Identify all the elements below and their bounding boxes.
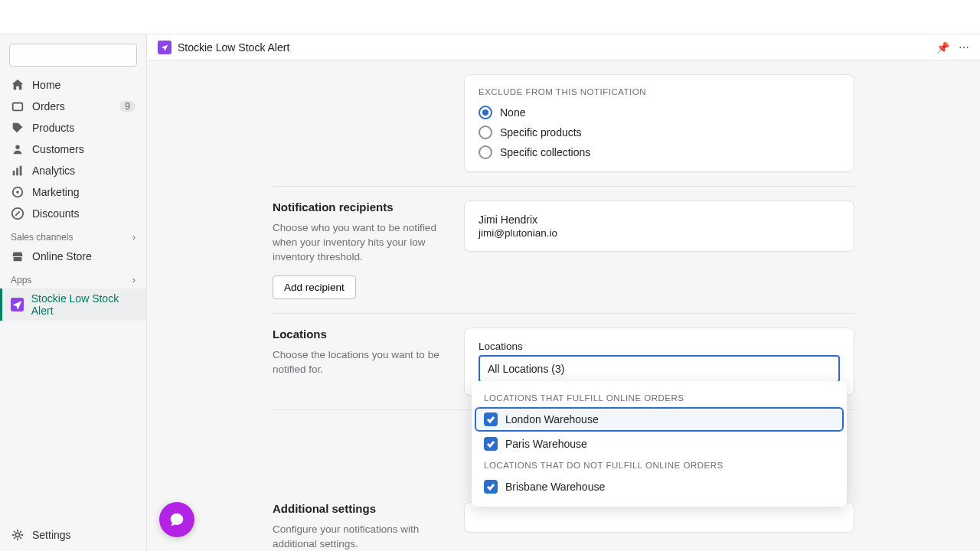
checkbox-checked-icon [484, 412, 498, 426]
nav-products[interactable]: Products [0, 117, 146, 139]
nav-label: Home [32, 79, 60, 91]
dropdown-group-fulfill: LOCATIONS THAT FULFILL ONLINE ORDERS [472, 389, 847, 407]
analytics-icon [11, 164, 24, 178]
store-icon [11, 249, 24, 263]
chevron-right-icon: › [132, 232, 136, 243]
sidebar: Home Orders 9 Products Customers Analyti… [0, 34, 147, 551]
locations-dropdown: LOCATIONS THAT FULFILL ONLINE ORDERS Lon… [472, 381, 847, 507]
checkbox-checked-icon [484, 437, 498, 451]
search-input[interactable] [9, 44, 137, 67]
recipients-desc: Choose who you want to be notified when … [273, 221, 449, 265]
recipient-card: Jimi Hendrix jimi@plutonian.io [464, 201, 854, 252]
nav-marketing[interactable]: Marketing [0, 181, 146, 203]
svg-rect-3 [16, 168, 18, 175]
location-option-brisbane[interactable]: Brisbane Warehouse [475, 474, 844, 499]
orders-badge: 9 [119, 101, 136, 112]
app-logo-icon [158, 41, 172, 54]
recipient-email: jimi@plutonian.io [479, 227, 840, 239]
section-label: Apps [11, 275, 31, 285]
svg-rect-0 [13, 103, 23, 111]
additional-desc: Configure your notifications with additi… [273, 523, 449, 551]
nav-label: Customers [32, 143, 84, 155]
apps-header[interactable]: Apps › [0, 267, 146, 289]
radio-icon [479, 145, 492, 159]
radio-icon [479, 126, 492, 139]
nav-label: Analytics [32, 165, 75, 177]
location-option-label: Paris Warehouse [505, 438, 587, 450]
app-header: Stockie Low Stock Alert 📌 ⋯ [147, 34, 980, 60]
chat-fab[interactable] [159, 502, 194, 537]
nav-label: Online Store [32, 250, 92, 262]
gear-icon [11, 528, 24, 542]
pin-icon[interactable]: 📌 [936, 41, 949, 54]
radio-icon [479, 106, 492, 119]
locations-title: Locations [273, 328, 449, 341]
app-title: Stockie Low Stock Alert [178, 41, 289, 54]
additional-title: Additional settings [273, 502, 449, 515]
recipient-name: Jimi Hendrix [479, 214, 840, 226]
sales-channels-header[interactable]: Sales channels › [0, 224, 146, 246]
nav-online-store[interactable]: Online Store [0, 246, 146, 267]
location-option-label: London Warehouse [505, 413, 599, 425]
checkbox-checked-icon [484, 480, 498, 494]
nav-customers[interactable]: Customers [0, 139, 146, 160]
location-option-paris[interactable]: Paris Warehouse [475, 432, 844, 456]
chevron-right-icon: › [132, 275, 136, 285]
svg-point-1 [15, 145, 19, 149]
recipients-title: Notification recipients [273, 201, 449, 214]
section-label: Sales channels [11, 232, 73, 243]
locations-select[interactable]: All Locations (3) [479, 355, 840, 383]
customers-icon [11, 142, 24, 156]
svg-rect-2 [13, 171, 15, 175]
radio-none[interactable]: None [479, 106, 840, 119]
svg-point-6 [16, 191, 19, 194]
dropdown-group-no-fulfill: LOCATIONS THAT DO NOT FULFILL ONLINE ORD… [472, 456, 847, 474]
nav-home[interactable]: Home [0, 74, 146, 96]
orders-icon [11, 99, 24, 113]
nav-analytics[interactable]: Analytics [0, 160, 146, 181]
chat-icon [168, 511, 185, 528]
nav-settings[interactable]: Settings [0, 524, 146, 551]
radio-label: Specific products [500, 126, 582, 139]
svg-rect-4 [20, 166, 22, 176]
nav-label: Stockie Low Stock Alert [31, 292, 136, 317]
nav-label: Orders [32, 100, 65, 112]
marketing-icon [11, 185, 24, 199]
exclude-card: EXCLUDE FROM THIS NOTIFICATION None Spec… [464, 74, 854, 172]
top-bar [0, 0, 980, 34]
additional-card [464, 502, 854, 533]
locations-field-label: Locations [479, 341, 840, 352]
products-icon [11, 121, 24, 135]
discounts-icon [11, 207, 24, 220]
nav-label: Discounts [32, 207, 79, 220]
locations-desc: Choose the locations you want to be noti… [273, 348, 449, 377]
nav-label: Marketing [32, 186, 79, 198]
location-option-london[interactable]: London Warehouse [475, 407, 844, 432]
svg-point-8 [15, 533, 19, 536]
radio-label: None [500, 106, 525, 119]
nav-label: Products [32, 122, 74, 134]
exclude-heading: EXCLUDE FROM THIS NOTIFICATION [479, 87, 840, 96]
nav-discounts[interactable]: Discounts [0, 203, 146, 224]
radio-specific-products[interactable]: Specific products [479, 126, 840, 139]
home-icon [11, 78, 24, 92]
location-option-label: Brisbane Warehouse [505, 481, 605, 493]
add-recipient-button[interactable]: Add recipient [273, 276, 356, 299]
nav-app-stockie[interactable]: Stockie Low Stock Alert [0, 289, 146, 321]
radio-label: Specific collections [500, 146, 590, 158]
radio-specific-collections[interactable]: Specific collections [479, 145, 840, 159]
app-icon [11, 298, 24, 311]
nav-orders[interactable]: Orders 9 [0, 96, 146, 117]
locations-select-value: All Locations (3) [488, 363, 564, 375]
more-icon[interactable]: ⋯ [959, 41, 969, 54]
nav-label: Settings [32, 529, 71, 541]
